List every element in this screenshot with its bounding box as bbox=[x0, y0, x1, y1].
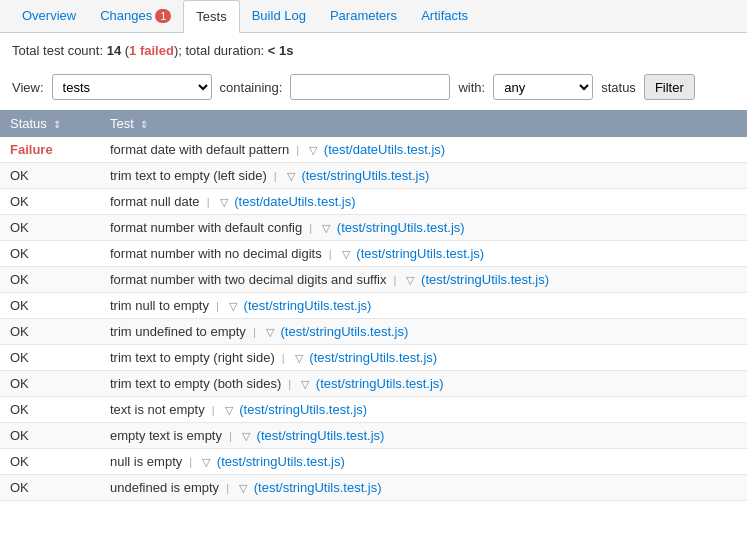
column-test[interactable]: Test ⇕ bbox=[100, 110, 747, 137]
test-file-link[interactable]: (test/stringUtils.test.js) bbox=[257, 428, 385, 443]
tab-overview[interactable]: Overview bbox=[10, 0, 88, 33]
tree-expand-icon[interactable]: ▽ bbox=[225, 404, 233, 416]
cell-status: OK bbox=[0, 397, 100, 423]
table-row: OKformat number with default config | ▽ … bbox=[0, 215, 747, 241]
test-name-text: format number with no decimal digits bbox=[110, 246, 322, 261]
test-file-link[interactable]: (test/dateUtils.test.js) bbox=[234, 194, 355, 209]
test-file-link[interactable]: (test/stringUtils.test.js) bbox=[254, 480, 382, 495]
table-row: OKempty text is empty | ▽ (test/stringUt… bbox=[0, 423, 747, 449]
cell-status: OK bbox=[0, 163, 100, 189]
test-file-link[interactable]: (test/stringUtils.test.js) bbox=[309, 350, 437, 365]
test-file-link[interactable]: (test/stringUtils.test.js) bbox=[316, 376, 444, 391]
tab-artifacts[interactable]: Artifacts bbox=[409, 0, 480, 33]
tree-expand-icon[interactable]: ▽ bbox=[309, 144, 317, 156]
tree-expand-icon[interactable]: ▽ bbox=[322, 222, 330, 234]
separator-icon: | bbox=[271, 170, 280, 182]
test-name-text: undefined is empty bbox=[110, 480, 219, 495]
test-name-text: empty text is empty bbox=[110, 428, 222, 443]
separator-icon: | bbox=[306, 222, 315, 234]
with-label: with: bbox=[458, 80, 485, 95]
view-select[interactable]: testssuitesall bbox=[52, 74, 212, 100]
test-file-link[interactable]: (test/stringUtils.test.js) bbox=[356, 246, 484, 261]
table-row: OKformat number with two decimal digits … bbox=[0, 267, 747, 293]
cell-test: format number with two decimal digits an… bbox=[100, 267, 747, 293]
status-value: OK bbox=[10, 376, 29, 391]
tab-changes[interactable]: Changes1 bbox=[88, 0, 183, 33]
summary-middle: ( bbox=[121, 43, 129, 58]
containing-input[interactable] bbox=[290, 74, 450, 100]
tab-parameters[interactable]: Parameters bbox=[318, 0, 409, 33]
tree-expand-icon[interactable]: ▽ bbox=[202, 456, 210, 468]
status-select[interactable]: anypassedfailedignored bbox=[493, 74, 593, 100]
table-header: Status ⇕ Test ⇕ bbox=[0, 110, 747, 137]
cell-test: trim text to empty (right side) | ▽ (tes… bbox=[100, 345, 747, 371]
test-file-link[interactable]: (test/stringUtils.test.js) bbox=[217, 454, 345, 469]
status-value: OK bbox=[10, 168, 29, 183]
tree-expand-icon[interactable]: ▽ bbox=[295, 352, 303, 364]
test-file-link[interactable]: (test/stringUtils.test.js) bbox=[280, 324, 408, 339]
column-status[interactable]: Status ⇕ bbox=[0, 110, 100, 137]
cell-status: OK bbox=[0, 319, 100, 345]
cell-status: OK bbox=[0, 423, 100, 449]
tab-buildlog[interactable]: Build Log bbox=[240, 0, 318, 33]
tree-expand-icon[interactable]: ▽ bbox=[406, 274, 414, 286]
test-name-text: trim text to empty (right side) bbox=[110, 350, 275, 365]
status-value: OK bbox=[10, 402, 29, 417]
tree-expand-icon[interactable]: ▽ bbox=[301, 378, 309, 390]
tree-expand-icon[interactable]: ▽ bbox=[342, 248, 350, 260]
status-value: OK bbox=[10, 246, 29, 261]
test-file-link[interactable]: (test/stringUtils.test.js) bbox=[239, 402, 367, 417]
test-name-text: format number with two decimal digits an… bbox=[110, 272, 387, 287]
tab-tests[interactable]: Tests bbox=[183, 0, 239, 33]
containing-label: containing: bbox=[220, 80, 283, 95]
status-value: OK bbox=[10, 428, 29, 443]
tree-expand-icon[interactable]: ▽ bbox=[242, 430, 250, 442]
cell-status: OK bbox=[0, 215, 100, 241]
status-value: OK bbox=[10, 194, 29, 209]
separator-icon: | bbox=[285, 378, 294, 390]
tree-expand-icon[interactable]: ▽ bbox=[229, 300, 237, 312]
summary-suffix: ); total duration: bbox=[174, 43, 268, 58]
test-file-link[interactable]: (test/stringUtils.test.js) bbox=[244, 298, 372, 313]
table-row: OKtrim text to empty (left side) | ▽ (te… bbox=[0, 163, 747, 189]
tests-table: Status ⇕ Test ⇕ Failureformat date with … bbox=[0, 110, 747, 501]
test-file-link[interactable]: (test/stringUtils.test.js) bbox=[421, 272, 549, 287]
cell-test: format null date | ▽ (test/dateUtils.tes… bbox=[100, 189, 747, 215]
table-row: OKformat null date | ▽ (test/dateUtils.t… bbox=[0, 189, 747, 215]
test-file-link[interactable]: (test/stringUtils.test.js) bbox=[301, 168, 429, 183]
status-value: OK bbox=[10, 272, 29, 287]
cell-test: trim null to empty | ▽ (test/stringUtils… bbox=[100, 293, 747, 319]
test-name-text: trim text to empty (left side) bbox=[110, 168, 267, 183]
tree-expand-icon[interactable]: ▽ bbox=[266, 326, 274, 338]
status-value[interactable]: Failure bbox=[10, 142, 53, 157]
table-row: Failureformat date with default pattern … bbox=[0, 137, 747, 163]
cell-test: format date with default pattern | ▽ (te… bbox=[100, 137, 747, 163]
status-value: OK bbox=[10, 350, 29, 365]
test-name-text: trim null to empty bbox=[110, 298, 209, 313]
filter-button[interactable]: Filter bbox=[644, 74, 695, 100]
summary-duration: < 1s bbox=[268, 43, 294, 58]
status-value: OK bbox=[10, 220, 29, 235]
test-name-text: format date with default pattern bbox=[110, 142, 289, 157]
cell-status: OK bbox=[0, 293, 100, 319]
tree-expand-icon[interactable]: ▽ bbox=[287, 170, 295, 182]
status-value: OK bbox=[10, 298, 29, 313]
sort-status-icon: ⇕ bbox=[53, 119, 61, 130]
tree-expand-icon[interactable]: ▽ bbox=[239, 482, 247, 494]
cell-test: trim text to empty (both sides) | ▽ (tes… bbox=[100, 371, 747, 397]
tree-expand-icon[interactable]: ▽ bbox=[220, 196, 228, 208]
cell-status: OK bbox=[0, 345, 100, 371]
test-name-text: trim undefined to empty bbox=[110, 324, 246, 339]
table-row: OKtrim text to empty (right side) | ▽ (t… bbox=[0, 345, 747, 371]
test-file-link[interactable]: (test/dateUtils.test.js) bbox=[324, 142, 445, 157]
table-body: Failureformat date with default pattern … bbox=[0, 137, 747, 501]
test-file-link[interactable]: (test/stringUtils.test.js) bbox=[337, 220, 465, 235]
cell-test: format number with no decimal digits | ▽… bbox=[100, 241, 747, 267]
table-row: OKtrim undefined to empty | ▽ (test/stri… bbox=[0, 319, 747, 345]
separator-icon: | bbox=[209, 404, 218, 416]
status-value: OK bbox=[10, 454, 29, 469]
cell-status: OK bbox=[0, 267, 100, 293]
cell-status: Failure bbox=[0, 137, 100, 163]
test-name-text: null is empty bbox=[110, 454, 182, 469]
separator-icon: | bbox=[186, 456, 195, 468]
